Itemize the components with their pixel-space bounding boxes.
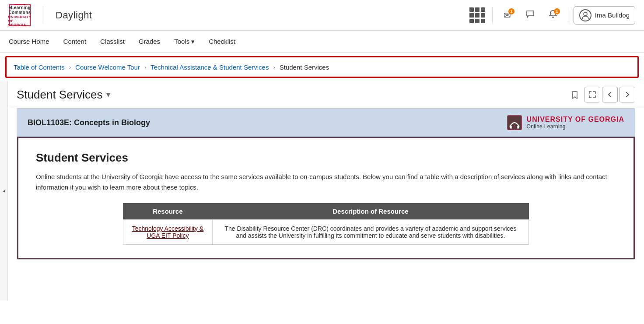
uga-arch-icon (507, 115, 522, 130)
arch-icon (14, 4, 25, 5)
uga-name: UNIVERSITY OF GEORGIA (527, 116, 624, 123)
mail-badge: 1 (508, 8, 514, 14)
resource-table: Resource Description of Resource Technol… (123, 203, 529, 245)
user-avatar-icon (579, 9, 592, 21)
sidebar-toggle-icon: ◂ (3, 188, 5, 194)
course-title: BIOL1103E: Concepts in Biology (28, 118, 150, 127)
nav-grades[interactable]: Grades (139, 32, 160, 51)
course-banner: BIOL1103E: Concepts in Biology UNIVERSIT… (17, 109, 635, 137)
breadcrumb-current: Student Services (280, 63, 329, 71)
resource-link[interactable]: Technology Accessibility & UGA EIT Polic… (132, 225, 203, 239)
main-panel: Student Services ▾ (8, 81, 644, 300)
user-button[interactable]: Ima Bulldog (574, 6, 635, 25)
page-title-dropdown-icon[interactable]: ▾ (106, 90, 110, 99)
svg-rect-3 (517, 126, 519, 128)
bookmark-button[interactable] (567, 87, 583, 102)
svg-rect-2 (510, 126, 512, 128)
content-area: ◂ Student Services ▾ (0, 81, 644, 300)
grid-icon (465, 3, 490, 28)
mail-button[interactable]: ✉ 1 (498, 6, 517, 25)
chat-icon (525, 9, 535, 21)
expand-button[interactable] (584, 87, 600, 102)
course-frame: BIOL1103E: Concepts in Biology UNIVERSIT… (17, 108, 635, 260)
page-header-icons (567, 87, 635, 102)
uga-sub: Online Learning (527, 123, 624, 130)
col-description: Description of Resource (212, 203, 528, 220)
page-header: Student Services ▾ (8, 81, 644, 108)
nav-tools[interactable]: Tools ▾ (174, 38, 195, 46)
chat-button[interactable] (521, 6, 540, 25)
icon-divider-2 (568, 7, 568, 23)
app-name: Daylight (56, 10, 92, 21)
breadcrumb-tass[interactable]: Technical Assistance & Student Services (150, 63, 269, 71)
section-description: Online students at the University of Geo… (36, 172, 616, 193)
breadcrumb-sep-1: › (69, 64, 71, 70)
page-title-text: Student Services (17, 88, 103, 102)
top-bar: eLearning Commons UNIVERSITY OF GEORGIA … (0, 0, 644, 31)
logo-divider (43, 7, 43, 24)
col-resource: Resource (123, 203, 212, 220)
svg-point-0 (584, 12, 587, 16)
next-button[interactable] (620, 87, 635, 102)
user-name: Ima Bulldog (595, 11, 630, 19)
breadcrumb-toc[interactable]: Table of Contents (14, 63, 65, 71)
uga-text-area: UNIVERSITY OF GEORGIA Online Learning (527, 116, 624, 130)
prev-button[interactable] (602, 87, 618, 102)
nav-course-home[interactable]: Course Home (9, 32, 49, 51)
breadcrumb-cwt[interactable]: Course Welcome Tour (75, 63, 140, 71)
inner-content: Student Services Online students at the … (17, 137, 635, 259)
breadcrumb-sep-2: › (144, 64, 146, 70)
section-title: Student Services (36, 151, 616, 165)
icon-divider-1 (492, 7, 493, 23)
description-cell: The Disability Resource Center (DRC) coo… (212, 220, 528, 245)
nav-checklist[interactable]: Checklist (209, 32, 235, 51)
nav-content[interactable]: Content (63, 32, 87, 51)
logo-text-bottom: UNIVERSITY OF GEORGIA (8, 15, 32, 27)
breadcrumb-sep-3: › (273, 64, 275, 70)
logo-text-top: eLearning Commons (9, 5, 31, 15)
tools-dropdown-icon: ▾ (191, 38, 195, 46)
nav-classlist[interactable]: Classlist (100, 32, 125, 51)
bell-button[interactable]: 1 (543, 6, 563, 25)
secondary-nav: Course Home Content Classlist Grades Too… (0, 31, 644, 53)
logo-area: eLearning Commons UNIVERSITY OF GEORGIA … (9, 4, 92, 26)
page-title: Student Services ▾ (17, 88, 110, 102)
elearning-logo: eLearning Commons UNIVERSITY OF GEORGIA (9, 4, 31, 26)
table-row: Technology Accessibility & UGA EIT Polic… (123, 220, 528, 245)
resource-cell: Technology Accessibility & UGA EIT Polic… (123, 220, 212, 245)
uga-logo-area: UNIVERSITY OF GEORGIA Online Learning (507, 115, 624, 130)
grid-icon-btn[interactable] (468, 6, 487, 25)
sidebar-toggle[interactable]: ◂ (0, 81, 8, 300)
breadcrumb-bar: Table of Contents › Course Welcome Tour … (5, 56, 639, 78)
top-bar-right: ✉ 1 1 (468, 6, 635, 25)
bell-badge: 1 (554, 8, 560, 14)
